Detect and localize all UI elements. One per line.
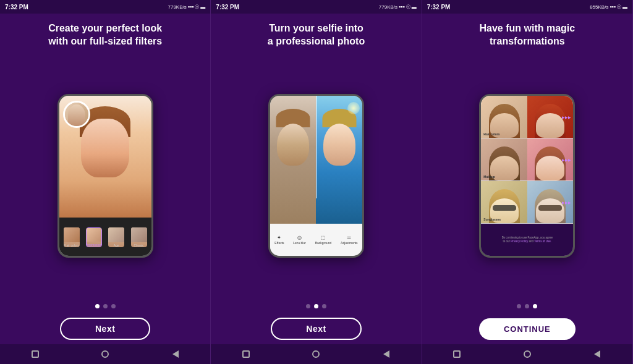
effects-label: Effects	[274, 241, 284, 245]
lens-blur-tool: ◎ Lens blur	[293, 235, 306, 245]
time-3: 7:32 PM	[427, 4, 451, 11]
status-icons-3: 855KB/s ▪▪▪ ⦾ ▬	[590, 4, 627, 11]
network-speed-1: 779KB/s	[168, 4, 187, 10]
dot-3-a	[517, 304, 521, 308]
wifi-icon-2: ⦾	[406, 4, 410, 11]
phone-area-2: ✦ Effects ◎ Lens blur ⬚ Background ⚌ Adj…	[211, 53, 421, 298]
btn-area-3: CONTINUE	[479, 313, 576, 344]
heading-title-1: Create your perfect lookwith our full-si…	[12, 22, 198, 48]
filter-thumbnails: Hair colors Impression Age Classic	[59, 218, 151, 256]
dots-area-2	[306, 298, 326, 313]
heading-area-1: Create your perfect lookwith our full-si…	[0, 14, 210, 53]
phone-toolbar: ✦ Effects ◎ Lens blur ⬚ Background ⚌ Adj…	[270, 224, 362, 256]
phone-legal-area: By continuing to use FaceApp, you agreet…	[481, 224, 573, 256]
thumb-3: Age	[108, 227, 124, 247]
dot-2-active	[314, 304, 318, 308]
panel-1: 7:32 PM 779KB/s ▪▪▪ ⦾ ▬ Create your perf…	[0, 0, 211, 364]
hair-colors-row: Hair colors ▶▶▶	[481, 96, 573, 138]
phone-screen-2: ✦ Effects ◎ Lens blur ⬚ Background ⚌ Adj…	[270, 96, 362, 256]
heading-area-3: Have fun with magictransformations	[422, 14, 632, 53]
signal-bars-1: ▪▪▪	[188, 4, 194, 10]
nav-circle-icon-2	[312, 350, 320, 358]
network-speed-3: 855KB/s	[590, 4, 608, 10]
thumb-label-3: Age	[114, 243, 119, 247]
thumb-label-2: Impression	[87, 243, 101, 247]
nav-bar-3	[422, 344, 632, 364]
effects-tool: ✦ Effects	[274, 235, 284, 245]
thumb-1: Hair colors	[64, 227, 80, 247]
dots-area-1	[95, 298, 116, 313]
hair-colors-label: Hair colors	[483, 132, 499, 136]
phone-screen-1: Hair colors Impression Age Classic	[59, 96, 151, 256]
thumb-label-4: Classic	[134, 243, 143, 247]
nav-triangle-icon-2	[382, 350, 391, 358]
avatar-circle-1	[63, 101, 90, 128]
panel-2: 7:32 PM 779KB/s ▪▪▪ ⦾ ▬ Turn your selfie…	[211, 0, 422, 364]
next-button-2[interactable]: Next	[271, 318, 361, 340]
nav-circle-icon-3	[523, 350, 532, 358]
phone-mockup-3: Hair colors ▶▶▶ Makeup	[479, 94, 575, 258]
split-divider	[316, 96, 317, 198]
signal-bars-2: ▪▪▪	[399, 4, 405, 10]
next-button-1[interactable]: Next	[60, 318, 150, 340]
status-icons-2: 779KB/s ▪▪▪ ⦾ ▬	[379, 4, 417, 11]
dot-1-c	[111, 304, 116, 308]
battery-icon-2: ▬	[412, 4, 417, 10]
dot-1-active	[95, 304, 100, 308]
makeup-label: Makeup	[483, 175, 495, 179]
panel-3: 7:32 PM 855KB/s ▪▪▪ ⦾ ▬ Have fun with ma…	[422, 0, 633, 364]
thumb-label-1: Hair colors	[64, 243, 79, 247]
sunglasses-label: Sunglasses	[483, 218, 501, 221]
signal-bars-3: ▪▪▪	[610, 4, 616, 10]
nav-triangle-icon-1	[171, 350, 180, 358]
dot-2-c	[322, 304, 326, 308]
phone-area-1: Hair colors Impression Age Classic	[0, 53, 210, 298]
phone-legal-text: By continuing to use FaceApp, you agreet…	[502, 236, 553, 243]
dot-3-active	[533, 304, 537, 308]
heading-area-2: Turn your selfie intoa professional phot…	[211, 14, 421, 53]
network-speed-2: 779KB/s	[379, 4, 397, 10]
btn-area-1: Next	[60, 313, 150, 344]
phone-mockup-2: ✦ Effects ◎ Lens blur ⬚ Background ⚌ Adj…	[268, 94, 364, 258]
phone-screen-3: Hair colors ▶▶▶ Makeup	[481, 96, 573, 256]
wifi-icon-3: ⦾	[617, 4, 621, 11]
continue-button[interactable]: CONTINUE	[479, 318, 576, 340]
makeup-row: Makeup ▶▶▶	[481, 138, 573, 181]
status-bar-2: 7:32 PM 779KB/s ▪▪▪ ⦾ ▬	[211, 0, 421, 14]
wifi-icon-1: ⦾	[195, 4, 199, 11]
sunglasses-row: Sunglasses ▶▶▶	[481, 181, 573, 224]
nav-triangle-icon-3	[593, 350, 601, 358]
lens-blur-label: Lens blur	[293, 241, 306, 245]
heading-title-3: Have fun with magictransformations	[435, 22, 620, 48]
nav-circle-icon-1	[101, 350, 109, 358]
nav-square-icon-2	[242, 350, 250, 358]
status-bar-1: 7:32 PM 779KB/s ▪▪▪ ⦾ ▬	[0, 0, 210, 14]
transformations-grid: Hair colors ▶▶▶ Makeup	[481, 96, 573, 224]
battery-icon-1: ▬	[200, 4, 205, 10]
status-bar-3: 7:32 PM 855KB/s ▪▪▪ ⦾ ▬	[422, 0, 632, 14]
nav-bar-1	[0, 344, 210, 364]
phone-mockup-1: Hair colors Impression Age Classic	[57, 94, 153, 258]
time-2: 7:32 PM	[216, 4, 239, 11]
btn-area-2: Next	[271, 313, 361, 344]
time-1: 7:32 PM	[5, 4, 28, 11]
background-label: Background	[315, 241, 332, 245]
heading-title-2: Turn your selfie intoa professional phot…	[223, 22, 409, 48]
dot-1-b	[103, 304, 108, 308]
thumb-4: Classic	[131, 227, 147, 247]
dot-3-b	[525, 304, 529, 308]
phone-area-3: Hair colors ▶▶▶ Makeup	[422, 53, 632, 298]
thumb-2: Impression	[86, 227, 102, 247]
status-icons-1: 779KB/s ▪▪▪ ⦾ ▬	[168, 4, 206, 11]
dots-area-3	[517, 298, 537, 313]
adjustments-tool: ⚌ Adjustments	[341, 235, 358, 245]
nav-square-icon-3	[452, 350, 461, 358]
dot-2-a	[306, 304, 310, 308]
battery-icon-3: ▬	[622, 4, 627, 10]
adjustments-label: Adjustments	[341, 241, 358, 245]
background-tool: ⬚ Background	[315, 235, 332, 245]
nav-square-icon-1	[31, 350, 40, 358]
nav-bar-2	[211, 344, 421, 364]
